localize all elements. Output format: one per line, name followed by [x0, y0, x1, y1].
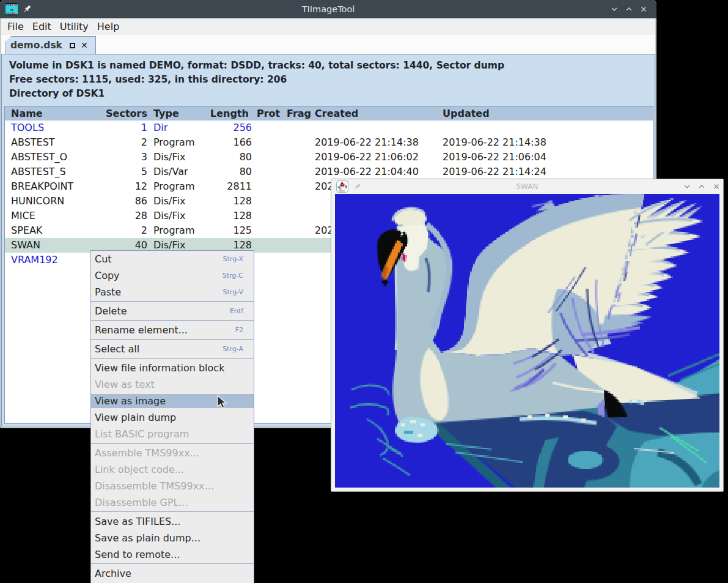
close-button[interactable] — [639, 5, 648, 13]
column-header-sectors[interactable]: Sectors — [97, 106, 147, 121]
cell-name: SWAN — [11, 238, 40, 253]
tab-close-icon[interactable]: ✕ — [81, 43, 88, 48]
cell-length: 80 — [207, 150, 252, 165]
table-row-abstest[interactable]: ABSTEST2Program1662019-06-22 21:14:38201… — [5, 135, 653, 150]
duke-icon — [336, 180, 348, 193]
pin-icon[interactable] — [23, 4, 32, 13]
tab-label: demo.dsk — [10, 40, 62, 51]
cell-type: Dis/Fix — [153, 209, 185, 223]
cell-name: HUNICORN — [11, 194, 64, 209]
swan-maximize-button[interactable] — [697, 182, 706, 191]
menu-item-copy[interactable]: CopyStrg-C — [91, 267, 254, 284]
column-header-prot[interactable]: Prot — [257, 106, 280, 121]
menu-item-label: List BASIC program — [95, 426, 189, 442]
cell-type: Program — [153, 223, 195, 238]
cell-sectors: 2 — [97, 135, 147, 150]
column-header-created[interactable]: Created — [315, 106, 358, 121]
menu-item-shortcut: F2 — [235, 322, 243, 338]
menu-item-view-plain-dump[interactable]: View plain dump — [91, 409, 254, 426]
mouse-cursor — [217, 395, 227, 410]
main-titlebar[interactable]: TIImageTool — [0, 0, 656, 18]
cell-length: 128 — [207, 209, 252, 223]
menubar-item-utility[interactable]: Utility — [56, 21, 93, 32]
main-window-title: TIImageTool — [0, 0, 656, 18]
tab-detach-icon[interactable] — [70, 43, 75, 48]
menu-item-cut[interactable]: CutStrg-X — [91, 251, 254, 267]
menu-item-label: Rename element... — [95, 322, 188, 338]
maximize-button[interactable] — [625, 5, 633, 13]
table-header-row: NameSectorsTypeLengthProtFragCreatedUpda… — [5, 106, 653, 121]
swan-close-button[interactable] — [712, 182, 721, 191]
menu-item-shortcut: Strg-A — [222, 341, 243, 357]
cell-sectors: 86 — [97, 194, 147, 209]
cell-updated: 2019-06-22 21:14:24 — [443, 165, 546, 179]
menu-item-assemble-tms99xx[interactable]: Assemble TMS99xx... — [91, 445, 254, 461]
cell-sectors: 1 — [97, 121, 147, 135]
menu-item-disassemble-tms99xx[interactable]: Disassemble TMS99xx... — [91, 478, 254, 494]
menu-item-label: Assemble TMS99xx... — [95, 445, 199, 461]
menu-item-select-all[interactable]: Select allStrg-A — [91, 341, 254, 357]
cell-sectors: 3 — [97, 150, 147, 165]
menu-item-link-object-code[interactable]: Link object code... — [91, 461, 254, 478]
cell-length: 80 — [207, 165, 252, 179]
cell-name: ABSTEST — [11, 135, 55, 150]
menu-item-view-file-information-block[interactable]: View file information block — [91, 360, 254, 376]
menu-item-send-to-remote[interactable]: Send to remote... — [91, 546, 254, 563]
table-row-abstest_s[interactable]: ABSTEST_S5Dis/Var802019-06-22 21:04:4020… — [5, 165, 653, 179]
menu-item-list-basic-program[interactable]: List BASIC program — [91, 426, 254, 442]
cell-sectors: 28 — [97, 209, 147, 223]
column-header-type[interactable]: Type — [153, 106, 179, 121]
menu-item-rename-element[interactable]: Rename element...F2 — [91, 322, 254, 338]
volume-info-line3: Directory of DSK1 — [9, 87, 655, 101]
menubar-item-file[interactable]: File — [3, 21, 28, 32]
cell-type: Dis/Var — [153, 165, 188, 179]
cell-name: BREAKPOINT — [11, 179, 73, 194]
menu-item-shortcut: Strg-C — [222, 267, 243, 284]
cell-sectors: 5 — [97, 165, 147, 179]
menu-item-delete[interactable]: DeleteEntf — [91, 303, 254, 319]
column-header-frag[interactable]: Frag — [287, 106, 311, 121]
menu-item-paste[interactable]: PasteStrg-V — [91, 284, 254, 300]
pin-icon-swan[interactable] — [353, 183, 361, 191]
table-row-abstest_o[interactable]: ABSTEST_O3Dis/Fix802019-06-22 21:06:0220… — [5, 150, 653, 165]
swan-titlebar[interactable]: SWAN — [331, 179, 723, 194]
volume-info: Volume in DSK1 is named DEMO, format: DS… — [2, 54, 655, 101]
cell-length: 128 — [207, 194, 252, 209]
menu-item-disassemble-gpl[interactable]: Disassemble GPL... — [91, 494, 254, 511]
table-row-tools[interactable]: TOOLS1Dir256 — [5, 121, 653, 135]
cell-created: 2019-06-22 21:04:40 — [315, 165, 419, 179]
cell-length: 125 — [207, 223, 252, 238]
column-header-length[interactable]: Length — [204, 106, 249, 121]
menu-item-label: View as text — [95, 376, 155, 393]
menubar-item-help[interactable]: Help — [93, 21, 123, 32]
cell-updated: 2019-06-22 21:06:04 — [443, 150, 546, 165]
cell-type: Dir — [153, 121, 167, 135]
column-header-name[interactable]: Name — [11, 106, 43, 121]
swan-minimize-button[interactable] — [683, 182, 691, 191]
swan-window-title: SWAN — [331, 179, 723, 194]
desktop: { "colors": { "titlebar_bg": "#3c4750", … — [0, 0, 728, 583]
tab-demo-dsk[interactable]: demo.dsk ✕ — [6, 36, 96, 54]
menu-item-archive[interactable]: Archive — [91, 565, 254, 582]
context-menu: CutStrg-XCopyStrg-CPasteStrg-VDeleteEntf… — [90, 250, 254, 583]
cell-name: TOOLS — [11, 121, 44, 135]
column-header-updated[interactable]: Updated — [443, 106, 490, 121]
tiimagetool-app-icon — [6, 3, 18, 15]
volume-info-line1: Volume in DSK1 is named DEMO, format: DS… — [9, 59, 655, 73]
menu-item-view-as-text[interactable]: View as text — [91, 376, 254, 393]
menu-item-save-as-plain-dump[interactable]: Save as plain dump... — [91, 530, 254, 546]
menu-item-label: Link object code... — [95, 461, 184, 478]
menu-item-shortcut: Entf — [230, 303, 243, 319]
menubar-item-edit[interactable]: Edit — [28, 21, 56, 32]
menu-item-label: Select all — [95, 341, 139, 357]
minimize-button[interactable] — [610, 5, 619, 13]
cell-name: ABSTEST_O — [11, 150, 67, 165]
menu-item-view-as-image[interactable]: View as image — [91, 393, 254, 409]
menu-item-label: Disassemble GPL... — [95, 494, 188, 511]
menu-item-label: Save as plain dump... — [95, 530, 200, 546]
cell-length: 166 — [207, 135, 252, 150]
volume-info-line2: Free sectors: 1115, used: 325, in this d… — [9, 73, 655, 87]
menu-item-label: Paste — [95, 284, 121, 300]
menu-item-label: Copy — [95, 267, 120, 284]
menu-item-save-as-tifiles[interactable]: Save as TIFILES... — [91, 513, 254, 530]
